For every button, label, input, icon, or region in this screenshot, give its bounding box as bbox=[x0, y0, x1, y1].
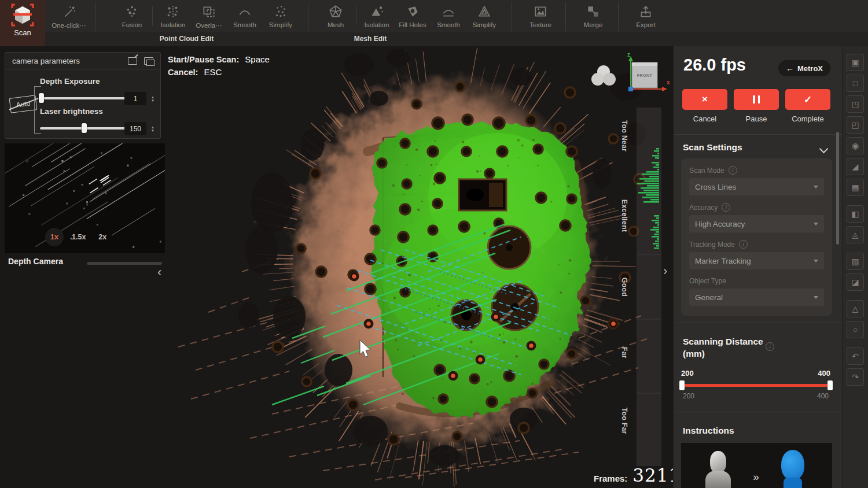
scan-settings-collapse-chevron[interactable] bbox=[819, 145, 829, 154]
depth-exposure-spinner[interactable]: ▴▾ bbox=[150, 92, 156, 105]
gauge-label-far: Far bbox=[620, 347, 628, 358]
side-tool-fit-view[interactable]: ▣ bbox=[847, 54, 864, 71]
side-tool-hatch-mode[interactable]: ▧ bbox=[847, 253, 864, 270]
toolbar-button-texture[interactable]: Texture bbox=[523, 0, 558, 28]
laser-brightness-value[interactable]: 150 bbox=[124, 122, 146, 135]
depth-gauge-histogram bbox=[637, 108, 661, 466]
accuracy-label: Accuracy bbox=[689, 204, 718, 212]
pause-scan-button[interactable] bbox=[734, 89, 779, 110]
info-icon[interactable] bbox=[729, 166, 737, 175]
depth-exposure-slider[interactable] bbox=[40, 97, 126, 99]
mesh-smooth-icon bbox=[441, 4, 456, 19]
depth-exposure-handle[interactable] bbox=[39, 93, 44, 103]
toolbar-button-one-click[interactable]: One-click⋯ bbox=[45, 0, 93, 29]
toolbar-button-simplify-mesh[interactable]: Simplify bbox=[466, 0, 502, 28]
side-tool-point-mode[interactable]: ○ bbox=[847, 321, 864, 338]
hint-cancel-label: Cancel: bbox=[168, 66, 198, 79]
depth-camera-label: Depth Camera bbox=[8, 257, 63, 266]
preview-zoom-options: 1x 1.5x 2x bbox=[45, 228, 119, 246]
side-tool-clip-plane[interactable]: ◢ bbox=[847, 158, 864, 175]
distance-min-handle[interactable] bbox=[679, 380, 685, 390]
depth-exposure-value[interactable]: 1 bbox=[124, 92, 146, 105]
info-icon[interactable] bbox=[739, 240, 748, 249]
toolbar-button-label: Fusion bbox=[122, 21, 142, 28]
pin-panel-icon[interactable] bbox=[128, 57, 137, 65]
corner-view-b-icon: ◰ bbox=[851, 120, 859, 130]
laser-brightness-spinner[interactable]: ▴▾ bbox=[150, 122, 156, 135]
zoom-2x-button[interactable]: 2x bbox=[98, 233, 106, 241]
color-mode-icon[interactable] bbox=[591, 65, 616, 88]
toolbar-separator bbox=[356, 6, 356, 25]
hatch-mode-icon: ▧ bbox=[851, 257, 859, 266]
toolbar-button-isolation-mesh[interactable]: Isolation bbox=[359, 0, 395, 28]
toolbar-button-simplify-pc[interactable]: Simplify bbox=[263, 0, 299, 28]
info-icon[interactable] bbox=[766, 342, 774, 351]
side-tool-wireframe-mode[interactable]: △ bbox=[847, 300, 864, 317]
toolbar-button-label: Merge bbox=[584, 21, 603, 28]
auto-label: Auto bbox=[16, 99, 31, 109]
expand-right-panel-arrow[interactable]: › bbox=[663, 264, 667, 279]
scan-mode-dropdown[interactable]: Cross Lines bbox=[689, 178, 824, 195]
toolbar-button-overlap[interactable]: Overla⋯ bbox=[191, 0, 227, 29]
group-label-mesh-edit: Mesh Edit bbox=[333, 35, 408, 43]
cancel-scan-button[interactable]: × bbox=[682, 89, 727, 110]
corner-view-a-icon: ◳ bbox=[851, 99, 859, 109]
magic-wand-icon bbox=[61, 4, 76, 19]
side-tool-redo[interactable]: ↷ bbox=[847, 368, 864, 386]
toolbar-button-smooth-pc[interactable]: Smooth bbox=[227, 0, 263, 28]
info-icon[interactable] bbox=[722, 203, 730, 212]
chevron-down-icon bbox=[814, 296, 818, 299]
slot-feature bbox=[459, 179, 506, 210]
cancel-label: Cancel bbox=[682, 114, 727, 123]
gauge-label-good: Good bbox=[620, 278, 628, 297]
scan-tab-button[interactable]: Scan bbox=[0, 0, 45, 46]
float-panel-icon[interactable] bbox=[144, 57, 153, 65]
auto-exposure-button[interactable]: Auto bbox=[9, 95, 38, 113]
panel-scrollbar[interactable] bbox=[836, 132, 839, 245]
side-tool-corner-view-a[interactable]: ◳ bbox=[847, 95, 864, 113]
collapse-left-panel-arrow[interactable]: ‹ bbox=[157, 265, 161, 280]
toolbar-button-fusion[interactable]: Fusion bbox=[114, 0, 150, 28]
toolbar-button-mesh[interactable]: Mesh bbox=[318, 0, 354, 28]
device-back-button[interactable]: ← MetroX bbox=[778, 60, 830, 76]
clip-plane-icon: ◢ bbox=[852, 162, 859, 171]
fusion-dots-icon bbox=[124, 4, 139, 19]
tracking-mode-dropdown[interactable]: Marker Tracking bbox=[689, 252, 824, 269]
chevron-down-icon bbox=[814, 186, 818, 188]
hint-start-pause-label: Start/Pause Scan: bbox=[168, 54, 239, 66]
side-tool-undo[interactable]: ↶ bbox=[847, 347, 864, 365]
toolbar-button-export[interactable]: Export bbox=[628, 0, 664, 28]
side-tool-overlay-mode[interactable]: ◬ bbox=[847, 226, 864, 243]
side-tool-corner-view-b[interactable]: ◰ bbox=[847, 116, 864, 134]
scanned-head-figure bbox=[778, 450, 808, 488]
scanning-distance-slider[interactable] bbox=[681, 384, 831, 387]
side-tool-section-mode[interactable]: ◪ bbox=[847, 273, 864, 291]
toolbar-button-isolation-pc[interactable]: Isolation bbox=[155, 0, 191, 28]
toolbar-separator bbox=[618, 2, 619, 31]
toolbar-separator bbox=[152, 6, 153, 25]
gauge-label-too-far: Too Far bbox=[620, 408, 628, 434]
laser-brightness-slider[interactable] bbox=[40, 127, 126, 130]
toolbar-button-smooth-mesh[interactable]: Smooth bbox=[431, 0, 466, 28]
panel-divider bbox=[674, 412, 842, 412]
distance-max-handle[interactable] bbox=[827, 380, 833, 390]
distance-max-label: 400 bbox=[818, 369, 830, 378]
zoom-1x-button[interactable]: 1x bbox=[45, 228, 64, 246]
toolbar-button-label: Texture bbox=[529, 21, 551, 28]
toolbar-button-label: Export bbox=[636, 21, 655, 28]
side-tool-front-view[interactable]: □ bbox=[847, 75, 864, 92]
preview-scrollbar[interactable] bbox=[87, 262, 162, 265]
complete-scan-button[interactable]: ✓ bbox=[785, 89, 830, 110]
side-tool-grid-toggle[interactable]: ▦ bbox=[847, 179, 864, 196]
laser-brightness-handle[interactable] bbox=[82, 123, 87, 133]
toolbar-button-fill-holes[interactable]: Fill Holes bbox=[395, 0, 431, 28]
toolbar-button-merge[interactable]: Merge bbox=[575, 0, 611, 28]
zoom-1-5x-button[interactable]: 1.5x bbox=[72, 233, 86, 241]
object-type-dropdown[interactable]: General bbox=[689, 289, 824, 306]
export-box-icon bbox=[638, 4, 653, 19]
accuracy-dropdown[interactable]: High Accuracy bbox=[689, 215, 824, 232]
scan-viewport[interactable]: camera parameters Auto Depth Exposure 1 … bbox=[0, 46, 673, 488]
navigation-cube[interactable]: z FRONT x bbox=[620, 51, 671, 101]
side-tool-half-shade[interactable]: ◧ bbox=[847, 205, 864, 223]
side-tool-target-view[interactable]: ◉ bbox=[847, 137, 864, 154]
